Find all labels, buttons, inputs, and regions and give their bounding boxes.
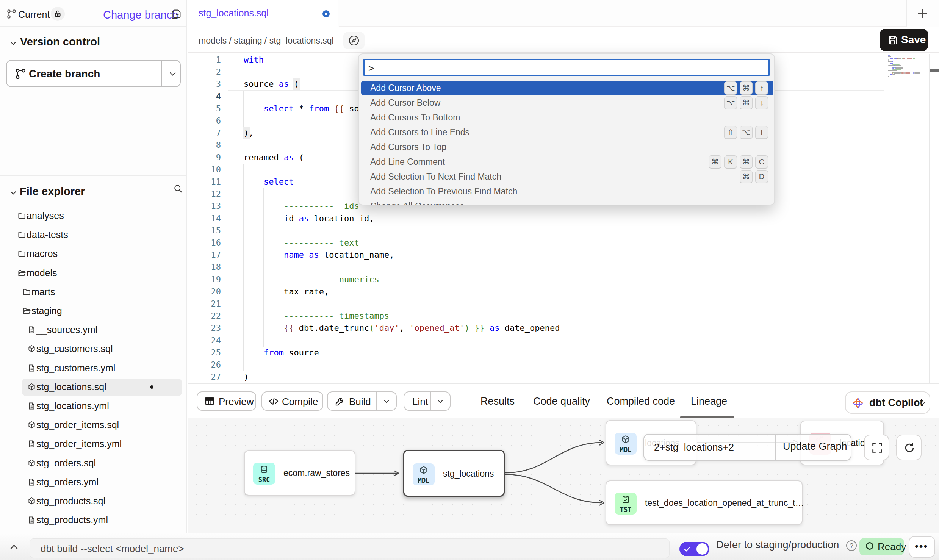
palette-item-change-all-occurrences[interactable]: Change All Occurrences — [361, 199, 773, 205]
command-palette-input[interactable]: > — [363, 59, 770, 76]
minimap-line — [890, 63, 893, 64]
preview-button[interactable]: Preview — [197, 391, 256, 411]
file-item-label: stg_products.yml — [36, 515, 108, 526]
file-item-stg-locations-sql[interactable]: stg_locations.sql — [0, 378, 186, 397]
file-item-label: stg_locations.yml — [36, 400, 109, 411]
minimap-line — [890, 74, 892, 75]
tab-stg-locations-sql[interactable]: stg_locations.sql — [188, 0, 338, 27]
help-icon[interactable]: ? — [846, 540, 857, 551]
clipboard-icon — [621, 494, 631, 504]
cube-icon — [27, 497, 36, 505]
palette-item-add-cursor-above[interactable]: Add Cursor Above⌥⌘↑ — [361, 81, 773, 95]
file-item-stg-customers-yml[interactable]: stg_customers.yml — [0, 359, 186, 378]
ready-status-badge[interactable]: Ready — [859, 538, 904, 555]
folder-open-icon — [22, 307, 31, 315]
create-branch-button[interactable]: Create branch — [6, 60, 181, 87]
copilot-label: dbt Copilot — [869, 397, 923, 409]
cube-icon — [27, 421, 36, 429]
palette-item-add-cursor-below[interactable]: Add Cursor Below⌥⌘↓ — [361, 95, 773, 110]
palette-item-label: Change All Occurrences — [370, 201, 464, 205]
lineage-canvas[interactable]: SRCecom.raw_storesMDLstg_locationsMDLloc… — [188, 418, 939, 533]
palette-item-add-selection-to-previous-find-match[interactable]: Add Selection To Previous Find Match — [361, 184, 773, 199]
line-number: 8 — [188, 139, 221, 151]
fullscreen-button[interactable] — [864, 435, 889, 460]
copy-icon[interactable] — [171, 8, 183, 20]
compile-button[interactable]: Compile — [261, 391, 323, 411]
tab-lineage[interactable]: Lineage — [691, 396, 727, 407]
file-item-analyses[interactable]: analyses — [0, 206, 186, 225]
breadcrumb[interactable]: models / staging / stg_locations.sql — [199, 36, 334, 46]
file-item-label: marts — [31, 286, 55, 297]
palette-item-add-cursors-to-line-ends[interactable]: Add Cursors to Line Ends⇧⌥I — [361, 125, 773, 139]
command-input-field[interactable]: dbt build --select <model_name> — [30, 538, 670, 558]
more-options-button[interactable]: ••• — [909, 536, 935, 558]
key-C: C — [755, 155, 768, 168]
file-item-stg-products-yml[interactable]: stg_products.yml — [0, 511, 186, 530]
key-↓: ↓ — [755, 96, 768, 109]
file-item-data-tests[interactable]: data-tests — [0, 225, 186, 244]
file-item-label: stg_orders.yml — [36, 477, 99, 488]
file-item-marts[interactable]: marts — [0, 283, 186, 302]
node-badge-MDL: MDL — [615, 433, 637, 455]
collapse-panel-icon[interactable] — [8, 543, 20, 552]
file-item-stg-products-sql[interactable]: stg_products.sql — [0, 492, 186, 511]
palette-item-add-cursors-to-top[interactable]: Add Cursors To Top — [361, 140, 773, 154]
line-number: 13 — [188, 200, 221, 212]
breadcrumb-row: models / staging / stg_locations.sql — [188, 27, 939, 53]
file-item-stg-locations-yml[interactable]: stg_locations.yml — [0, 397, 186, 416]
new-tab-button[interactable] — [916, 7, 929, 20]
file-explorer-chevron-icon[interactable] — [8, 188, 18, 198]
file-item--sources-yml[interactable]: __sources.yml — [0, 321, 186, 339]
update-graph-button[interactable]: Update Graph — [783, 441, 847, 452]
file-item-stg-orders-sql[interactable]: stg_orders.sql — [0, 454, 186, 473]
lineage-node-test_node[interactable]: TSTtest_does_location_opened_at_trunc_t… — [606, 480, 803, 525]
ready-label: Ready — [878, 541, 906, 553]
minimap-line — [892, 74, 895, 75]
line-number: 12 — [188, 188, 221, 200]
change-branch-link[interactable]: Change branch — [103, 9, 178, 21]
version-control-chevron-icon[interactable] — [8, 38, 18, 48]
lineage-search-input[interactable]: 2+stg_locations+2 — [654, 441, 734, 453]
line-number: 3 — [188, 78, 221, 90]
file-item-stg-orders-yml[interactable]: stg_orders.yml — [0, 473, 186, 492]
copilot-dropdown-icon[interactable] — [918, 399, 927, 408]
lineage-search-bar[interactable]: 2+stg_locations+2 Update Graph — [643, 434, 851, 461]
build-label: Build — [349, 396, 371, 408]
defer-toggle[interactable] — [679, 542, 709, 556]
line-number: 16 — [188, 237, 221, 249]
key-⌘: ⌘ — [740, 96, 753, 109]
minimap-line — [914, 72, 920, 74]
minimap-line — [888, 76, 889, 77]
lineage-node-stg_locations[interactable]: MDLstg_locations — [403, 450, 505, 497]
folder-icon — [17, 249, 26, 258]
lineage-node-raw_stores[interactable]: SRCecom.raw_stores — [244, 450, 355, 496]
refresh-icon — [903, 441, 916, 454]
lineage-compass-button[interactable] — [343, 32, 365, 49]
build-button[interactable]: Build — [327, 391, 397, 411]
lint-dropdown-icon[interactable] — [435, 396, 445, 406]
search-icon[interactable] — [173, 183, 183, 194]
dbt-copilot-button[interactable]: dbt Copilot — [845, 391, 930, 414]
current-branch-label: Current — [18, 9, 50, 20]
tab-compiled-code[interactable]: Compiled code — [607, 396, 675, 407]
file-item-models[interactable]: models — [0, 264, 186, 283]
save-button[interactable]: Save — [880, 29, 928, 51]
palette-item-add-line-comment[interactable]: Add Line Comment⌘K⌘C — [361, 155, 773, 169]
palette-item-label: Add Line Comment — [370, 157, 445, 167]
tab-code-quality[interactable]: Code quality — [533, 396, 590, 407]
file-item-stg-customers-sql[interactable]: stg_customers.sql — [0, 339, 186, 358]
lint-button[interactable]: Lint — [404, 391, 451, 411]
create-branch-dropdown-icon[interactable] — [167, 69, 178, 79]
minimap-line — [901, 72, 904, 74]
tab-results[interactable]: Results — [480, 396, 515, 407]
file-item-macros[interactable]: macros — [0, 244, 186, 263]
build-dropdown-icon[interactable] — [382, 396, 391, 406]
minimap-line — [890, 58, 893, 59]
palette-item-add-selection-to-next-find-match[interactable]: Add Selection To Next Find Match⌘D — [361, 169, 773, 184]
refresh-button[interactable] — [896, 435, 922, 460]
command-palette[interactable]: > Add Cursor Above⌥⌘↑Add Cursor Below⌥⌘↓… — [358, 53, 775, 205]
palette-item-add-cursors-to-bottom[interactable]: Add Cursors To Bottom — [361, 110, 773, 125]
file-item-stg-order-items-sql[interactable]: stg_order_items.sql — [0, 416, 186, 435]
file-item-staging[interactable]: staging — [0, 302, 186, 321]
file-item-stg-order-items-yml[interactable]: stg_order_items.yml — [0, 435, 186, 454]
